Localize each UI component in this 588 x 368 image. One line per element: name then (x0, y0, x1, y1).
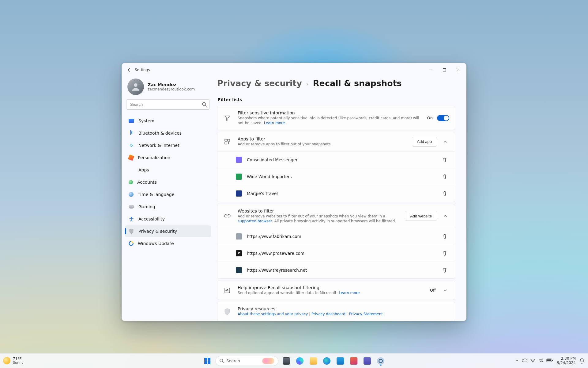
back-button[interactable] (125, 66, 134, 74)
card-desc: Add or remove apps to filter out of your… (238, 142, 406, 147)
nav-label: Privacy & security (138, 229, 177, 234)
page-title: Recall & snapshots (313, 79, 402, 88)
expand-button[interactable] (441, 286, 449, 294)
nav-bluetooth[interactable]: Bluetooth & devices (125, 127, 211, 139)
svg-rect-5 (228, 139, 230, 141)
nav-time-language[interactable]: Time & language (125, 189, 211, 200)
nav-label: Accounts (137, 180, 157, 185)
svg-point-9 (533, 362, 533, 362)
nav-system[interactable]: System (125, 115, 211, 127)
add-website-button[interactable]: Add website (405, 211, 437, 221)
nav-apps[interactable]: Apps (125, 164, 211, 176)
taskbar-pin-copilot[interactable] (294, 355, 305, 366)
shield-icon (129, 228, 134, 234)
nav-gaming[interactable]: Gaming (125, 201, 211, 213)
weather-widget[interactable]: 71°F Sunny (3, 357, 23, 364)
svg-point-3 (131, 217, 132, 218)
taskbar-pin-m365[interactable] (348, 355, 359, 366)
globe-icon (129, 192, 134, 197)
nav-label: System (138, 118, 154, 123)
supported-browser-link[interactable]: supported browser (238, 219, 272, 223)
search-icon (219, 358, 224, 363)
toggle-state-label: On (427, 116, 433, 120)
resource-link[interactable]: Privacy dashboard (311, 312, 345, 316)
svg-rect-0 (443, 69, 446, 71)
display-icon (129, 119, 134, 123)
clock[interactable]: 2:30 PM 9/24/2024 (557, 357, 576, 365)
clock-time: 2:30 PM (557, 357, 576, 361)
taskview-icon (283, 357, 290, 365)
onedrive-icon[interactable] (522, 358, 527, 363)
notifications-icon[interactable] (579, 358, 585, 364)
nav-accounts[interactable]: Accounts (125, 176, 211, 188)
taskbar-search[interactable]: Search (215, 356, 278, 366)
tray-overflow-icon[interactable] (515, 358, 519, 363)
main-content: Privacy & security › Recall & snapshots … (214, 77, 466, 321)
add-app-button[interactable]: Add app (412, 137, 437, 147)
delete-button[interactable] (440, 232, 449, 241)
taskbar-pin-store[interactable] (335, 355, 346, 366)
learn-more-link[interactable]: Learn more (339, 291, 360, 295)
m365-icon (350, 357, 357, 365)
nav-network[interactable]: Network & internet (125, 140, 211, 151)
apps-list: Consolidated Messenger Wide World Import… (217, 151, 455, 202)
nav-windows-update[interactable]: Windows Update (125, 238, 211, 249)
maximize-button[interactable] (437, 65, 451, 75)
delete-button[interactable] (440, 155, 449, 164)
card-desc: Add or remove websites to filter out of … (238, 214, 399, 224)
minimize-button[interactable] (423, 65, 437, 75)
card-websites-to-filter: Websites to filter Add or remove website… (217, 204, 455, 279)
card-help-improve[interactable]: Help improve Recall snapshot filtering S… (217, 281, 455, 300)
card-filter-sensitive: Filter sensitive information Snapshots w… (217, 106, 455, 130)
settings-window: Settings Zac Mendez zacmendez@outlook.co… (122, 63, 466, 321)
battery-icon[interactable] (546, 358, 553, 363)
start-button[interactable] (202, 355, 213, 366)
delete-button[interactable] (440, 266, 449, 275)
desktop: Settings Zac Mendez zacmendez@outlook.co… (0, 0, 588, 368)
taskbar-pin-teams[interactable] (362, 355, 373, 366)
wifi-icon[interactable] (530, 358, 535, 363)
close-button[interactable] (451, 65, 466, 75)
taskbar-center: Search (202, 355, 386, 366)
nav-accessibility[interactable]: Accessibility (125, 213, 211, 225)
site-url: https://www.fabrikam.com (247, 234, 435, 239)
accessibility-icon (129, 216, 134, 222)
taskbar-pin-taskview[interactable] (281, 355, 292, 366)
delete-button[interactable] (440, 172, 449, 181)
learn-more-link[interactable]: Learn more (264, 121, 285, 125)
wifi-icon (129, 143, 134, 148)
toggle-filter-sensitive[interactable] (437, 115, 449, 121)
websites-list: https://www.fabrikam.com P https://www.p… (217, 228, 455, 278)
search-input[interactable] (126, 99, 210, 109)
app-name: Consolidated Messenger (247, 157, 435, 162)
taskbar-pin-explorer[interactable] (308, 355, 319, 366)
taskbar-pin-edge[interactable] (321, 355, 332, 366)
resource-link[interactable]: About these settings and your privacy (238, 312, 308, 316)
clock-date: 9/24/2024 (557, 361, 576, 365)
resource-link[interactable]: Privacy Statement (349, 312, 383, 316)
nav-privacy-security[interactable]: Privacy & security (125, 225, 211, 237)
delete-button[interactable] (440, 189, 449, 198)
profile[interactable]: Zac Mendez zacmendez@outlook.com (125, 77, 211, 99)
collapse-button[interactable] (441, 138, 449, 146)
taskbar-pin-settings[interactable] (375, 355, 386, 366)
list-item: Wide World Importers (217, 168, 455, 185)
site-icon (236, 267, 242, 273)
volume-icon[interactable] (538, 358, 543, 363)
filter-icon (223, 115, 232, 121)
svg-rect-12 (552, 360, 553, 361)
delete-button[interactable] (440, 249, 449, 258)
collapse-button[interactable] (441, 212, 449, 220)
card-desc: Send optional app and website filter dat… (238, 290, 424, 295)
nav-label: Bluetooth & devices (138, 131, 182, 136)
weather-cond: Sunny (13, 361, 23, 365)
app-name: Margie's Travel (247, 191, 435, 196)
nav-personalization[interactable]: Personalization (125, 152, 211, 163)
card-desc: Snapshots where potentially sensitive in… (238, 116, 421, 125)
card-privacy-resources: Privacy resources About these settings a… (217, 302, 455, 321)
site-icon: P (236, 250, 242, 256)
breadcrumb-parent[interactable]: Privacy & security (217, 79, 302, 88)
bluetooth-icon (129, 130, 134, 136)
windows-icon (204, 358, 210, 364)
nav-label: Personalization (138, 155, 170, 160)
